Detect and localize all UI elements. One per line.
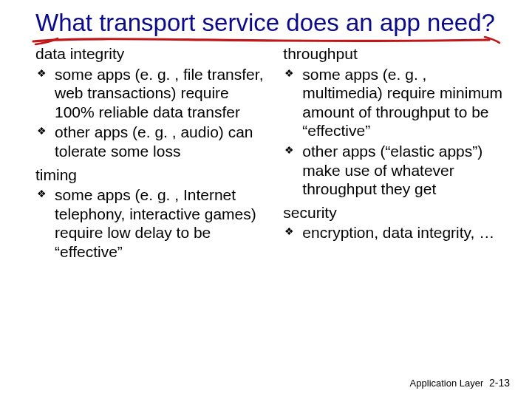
list-item: other apps (e. g. , audio) can tolerate … — [35, 123, 268, 160]
slide: What transport service does an app need?… — [0, 0, 532, 399]
right-column: throughput some apps (e. g. , multimedia… — [283, 44, 507, 266]
list-item-text: some apps (e. g. , multimedia) require m… — [302, 66, 502, 140]
list-item-text: other apps (e. g. , audio) can tolerate … — [55, 123, 253, 160]
slide-title: What transport service does an app need? — [35, 7, 507, 37]
title-underline — [35, 34, 507, 40]
list-item: some apps (e. g. , Internet telephony, i… — [35, 185, 268, 261]
list-item-text: some apps (e. g. , file transfer, web tr… — [55, 66, 263, 120]
bullet-list: some apps (e. g. , Internet telephony, i… — [35, 185, 268, 261]
list-item-text: other apps (“elastic apps”) make use of … — [302, 143, 482, 197]
list-item: other apps (“elastic apps”) make use of … — [283, 142, 507, 199]
list-item: some apps (e. g. , multimedia) require m… — [283, 65, 507, 140]
list-item: some apps (e. g. , file transfer, web tr… — [35, 65, 268, 122]
content-columns: data integrity some apps (e. g. , file t… — [35, 44, 507, 266]
list-item-text: encryption, data integrity, … — [302, 224, 494, 241]
footer-label: Application Layer — [410, 378, 484, 389]
bullet-list: encryption, data integrity, … — [283, 223, 507, 242]
footer-page-number: 2-13 — [489, 377, 510, 389]
hand-drawn-underline-icon — [31, 34, 504, 49]
bullet-list: some apps (e. g. , multimedia) require m… — [283, 65, 507, 199]
slide-footer: Application Layer 2-13 — [410, 377, 510, 389]
list-item-text: some apps (e. g. , Internet telephony, i… — [55, 186, 256, 260]
bullet-list: some apps (e. g. , file transfer, web tr… — [35, 65, 268, 161]
section-heading: security — [283, 203, 507, 222]
section-heading: timing — [35, 166, 268, 185]
list-item: encryption, data integrity, … — [283, 223, 507, 242]
left-column: data integrity some apps (e. g. , file t… — [35, 44, 268, 266]
